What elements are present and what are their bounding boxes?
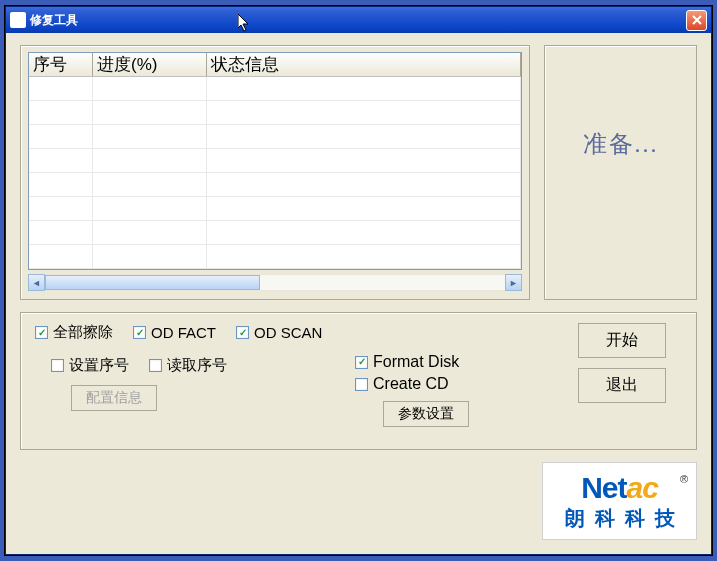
check-icon: ✓ <box>133 326 146 339</box>
exit-button[interactable]: 退出 <box>578 368 666 403</box>
brand-logo: ® Netac 朗科科技 <box>542 462 697 540</box>
table-row <box>29 173 521 197</box>
checkbox-label: 读取序号 <box>167 356 227 375</box>
checkbox-label: Format Disk <box>373 353 459 371</box>
checkbox-label: 设置序号 <box>69 356 129 375</box>
checkbox-label: 全部擦除 <box>53 323 113 342</box>
check-icon <box>51 359 64 372</box>
checkbox-od-fact[interactable]: ✓ OD FACT <box>133 324 216 341</box>
column-status[interactable]: 状态信息 <box>207 53 521 76</box>
options-panel: ✓ 全部擦除 ✓ OD FACT ✓ OD SCAN 设置序号 <box>20 312 697 450</box>
scroll-track[interactable] <box>45 274 505 291</box>
window-title: 修复工具 <box>30 12 686 29</box>
checkbox-label: OD FACT <box>151 324 216 341</box>
start-button[interactable]: 开始 <box>578 323 666 358</box>
table-row <box>29 245 521 269</box>
checkbox-erase-all[interactable]: ✓ 全部擦除 <box>35 323 113 342</box>
close-button[interactable] <box>686 10 707 31</box>
table-row <box>29 149 521 173</box>
params-button[interactable]: 参数设置 <box>383 401 469 427</box>
status-text: 准备... <box>583 128 659 160</box>
table-row <box>29 101 521 125</box>
config-button[interactable]: 配置信息 <box>71 385 157 411</box>
app-window: ▤ 修复工具 序号 进度(%) 状态信息 <box>5 6 712 555</box>
table-row <box>29 197 521 221</box>
grid-panel: 序号 进度(%) 状态信息 <box>20 45 530 300</box>
checkbox-label: OD SCAN <box>254 324 322 341</box>
scroll-left-button[interactable]: ◄ <box>28 274 45 291</box>
brand-company: 朗科科技 <box>565 505 685 532</box>
checkbox-read-serial[interactable]: 读取序号 <box>149 356 227 375</box>
table-row <box>29 221 521 245</box>
app-icon: ▤ <box>10 12 26 28</box>
brand-name: Netac <box>581 471 658 505</box>
client-area: 序号 进度(%) 状态信息 <box>6 33 711 554</box>
scroll-right-button[interactable]: ► <box>505 274 522 291</box>
checkbox-set-serial[interactable]: 设置序号 <box>51 356 129 375</box>
checkbox-create-cd[interactable]: Create CD <box>355 375 562 393</box>
registered-icon: ® <box>680 473 688 485</box>
checkbox-label: Create CD <box>373 375 449 393</box>
data-grid[interactable]: 序号 进度(%) 状态信息 <box>28 52 522 270</box>
grid-body <box>29 77 521 269</box>
check-icon <box>149 359 162 372</box>
checkbox-format-disk[interactable]: ✓ Format Disk <box>355 353 562 371</box>
status-panel: 准备... <box>544 45 697 300</box>
horizontal-scrollbar[interactable]: ◄ ► <box>28 274 522 291</box>
check-icon: ✓ <box>236 326 249 339</box>
checkbox-od-scan[interactable]: ✓ OD SCAN <box>236 324 322 341</box>
check-icon: ✓ <box>355 356 368 369</box>
table-row <box>29 125 521 149</box>
check-icon: ✓ <box>35 326 48 339</box>
titlebar[interactable]: ▤ 修复工具 <box>6 7 711 33</box>
check-icon <box>355 378 368 391</box>
column-progress[interactable]: 进度(%) <box>93 53 207 76</box>
grid-header: 序号 进度(%) 状态信息 <box>29 53 521 77</box>
scroll-thumb[interactable] <box>45 275 260 290</box>
column-index[interactable]: 序号 <box>29 53 93 76</box>
table-row <box>29 77 521 101</box>
